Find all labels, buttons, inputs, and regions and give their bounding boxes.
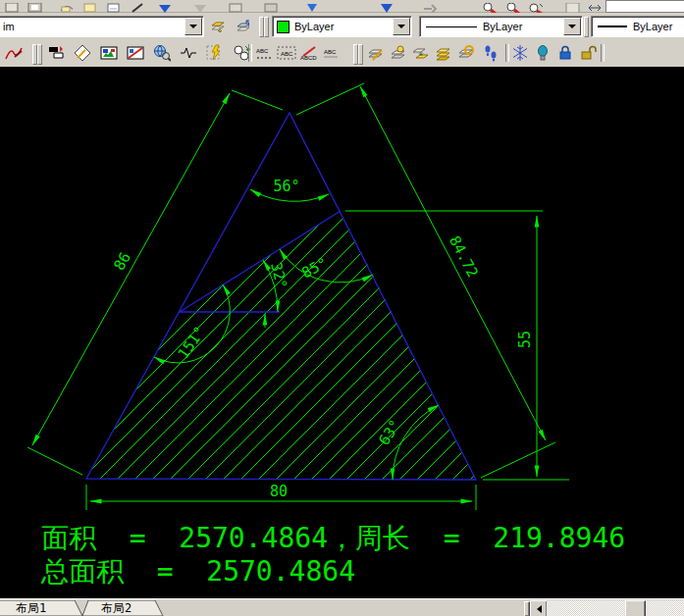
dim-text-80[interactable]: 80 [270, 483, 288, 500]
text-dots-icon: ABC [254, 44, 274, 62]
scroll-left-button[interactable] [530, 600, 548, 616]
partial-icon[interactable] [59, 0, 75, 11]
layer-combo[interactable]: im [0, 16, 204, 37]
layer-pencil-icon [367, 44, 385, 62]
single-line-text-button[interactable]: ABC [253, 42, 275, 64]
extension-line [232, 90, 283, 110]
red-marker-icon [4, 43, 24, 63]
layer-new-button[interactable] [388, 42, 409, 64]
partial-icon[interactable] [422, 0, 438, 11]
globe-magnifier-icon [153, 44, 171, 62]
color-combo[interactable]: ByLayer [272, 16, 412, 37]
layer-lock-button[interactable] [554, 42, 576, 64]
partial-icon[interactable] [304, 0, 320, 11]
magnifier-partial-icon[interactable] [528, 0, 544, 11]
layer-match-button[interactable] [455, 42, 477, 64]
layer-translate-button[interactable] [410, 42, 432, 64]
partial-icon[interactable] [565, 0, 581, 11]
lineweight-sample [598, 26, 627, 27]
toolbar-separator [601, 44, 605, 62]
quick-select-button[interactable] [204, 42, 226, 64]
tab-layout2-label[interactable]: 布局2 [101, 601, 132, 615]
color-combo-value: ByLayer [294, 21, 334, 32]
partial-icon[interactable] [379, 0, 395, 11]
horizontal-scrollbar-thumb[interactable] [625, 600, 646, 616]
text-edit-icon: ABCD [299, 44, 319, 62]
layer-previous-button[interactable] [233, 16, 254, 37]
text-frame-button[interactable]: ABC [276, 42, 297, 64]
linetype-sample [426, 26, 477, 27]
angle-text-56[interactable]: 56° [273, 178, 299, 195]
partial-icon[interactable] [106, 0, 122, 11]
color-combo-dropdown-button[interactable] [393, 18, 410, 35]
draworder-icon [47, 44, 65, 62]
autocad-window: { "properties_toolbar": { "layer_value":… [0, 0, 684, 616]
edit-hatch-button[interactable] [72, 42, 93, 64]
lineweight-combo-value: ByLayer [633, 21, 672, 32]
total-area-readout: 总面积 = 2570.4864 [41, 553, 355, 590]
text-style-icon: ABC [322, 44, 342, 62]
partial-icon[interactable] [130, 0, 145, 11]
area-perimeter-readout: 面积 = 2570.4864，周长 = 219.8946 [41, 520, 625, 557]
extension-line [481, 442, 555, 478]
globe-magnifier-button[interactable] [151, 42, 173, 64]
layer-edit-button[interactable] [365, 42, 387, 64]
standard-toolbar-clipped [0, 0, 684, 13]
object-properties-toolbar: im ByLayer ByLayer ByLayer [0, 13, 684, 39]
partial-icon[interactable] [263, 0, 279, 11]
dim-text-84-72[interactable]: 84.72 [446, 232, 482, 280]
linetype-combo[interactable]: ByLayer [419, 16, 583, 37]
horizontal-scrollbar-track[interactable] [547, 600, 684, 616]
layer-current-icon [209, 18, 227, 35]
abcd-label: ABCD [300, 55, 317, 61]
image-frame-button[interactable] [98, 42, 120, 64]
partial-icon[interactable] [27, 0, 43, 11]
drawing-canvas[interactable]: 86 84.72 55 80 56° 32° 85° 151° 63° 面积 =… [0, 67, 684, 598]
lightning-pencil-icon [206, 44, 224, 62]
layer-walk-button[interactable] [480, 42, 501, 64]
image-adjust-button[interactable] [125, 42, 146, 64]
partial-icon[interactable] [82, 0, 98, 11]
toolbar-grip[interactable] [37, 44, 42, 65]
abc-label: ABC [324, 49, 337, 55]
partial-icon[interactable] [192, 0, 208, 11]
chevron-down-icon [189, 25, 197, 28]
draworder-button[interactable] [45, 42, 67, 64]
layer-match-icon [457, 44, 475, 62]
lineweight-combo[interactable]: ByLayer [591, 16, 684, 37]
layer-combo-dropdown-button[interactable] [184, 18, 202, 35]
layer-onoff-button[interactable] [532, 42, 553, 64]
partial-icon[interactable] [4, 0, 20, 11]
chevron-down-icon [568, 25, 576, 28]
layer-stack-button[interactable] [433, 42, 454, 64]
layer-stack-icon [435, 44, 452, 62]
toolbar-grip[interactable] [264, 17, 269, 37]
toolbar-grip[interactable] [584, 17, 589, 37]
tab-layout1-label[interactable]: 布局1 [16, 601, 46, 615]
magnifier-partial-icon[interactable] [481, 0, 497, 11]
extension-line [296, 83, 364, 115]
footprints-icon [482, 44, 500, 62]
partial-edit-box[interactable] [605, 0, 684, 13]
edit-text-button[interactable]: ABCD [298, 42, 320, 64]
toolbar-grip[interactable] [358, 44, 363, 65]
layer-freeze-button[interactable] [509, 42, 531, 64]
drawing-svg: 86 84.72 55 80 56° 32° 85° 151° 63° [0, 67, 684, 598]
revision-marker-button[interactable] [3, 42, 25, 64]
magnifier-partial-icon[interactable] [504, 0, 520, 11]
partial-icon[interactable] [157, 0, 173, 11]
lock-icon [556, 44, 574, 62]
dimension-style-partial-icon[interactable] [587, 0, 603, 11]
make-object-layer-current-button[interactable] [207, 16, 229, 37]
unlock-icon [579, 44, 597, 62]
linetype-combo-dropdown-button[interactable] [563, 18, 581, 35]
layer-unlock-button[interactable] [577, 42, 599, 64]
dim-text-55[interactable]: 55 [516, 331, 534, 348]
text-style-button[interactable]: ABC [321, 42, 342, 64]
color-swatch-green [277, 21, 289, 33]
polyline-wave-button[interactable] [178, 42, 199, 64]
layout-tabs: 布局1 布局2 [0, 600, 216, 616]
partial-icon[interactable] [228, 0, 243, 11]
chevron-down-icon [397, 25, 405, 28]
layer-combo-value: im [0, 21, 15, 32]
